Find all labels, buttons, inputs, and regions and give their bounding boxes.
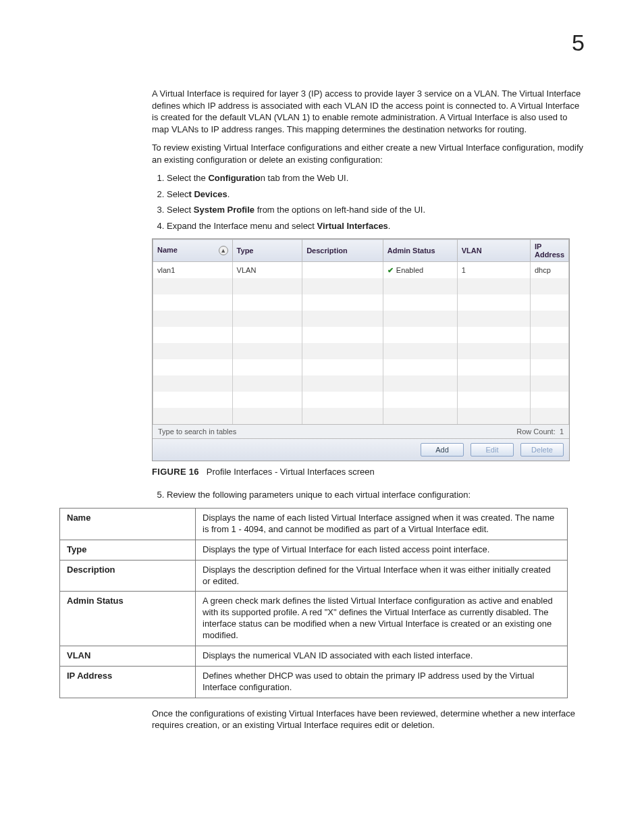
param-key: Admin Status: [60, 592, 196, 646]
parameter-table: NameDisplays the name of each listed Vir…: [59, 508, 568, 698]
param-value: A green check mark defines the listed Vi…: [196, 592, 568, 646]
step-3: Select System Profile from the options o…: [167, 204, 585, 216]
search-input[interactable]: Type to search in tables: [158, 427, 236, 436]
col-admin-status[interactable]: Admin Status: [383, 240, 457, 262]
check-icon: ✔: [387, 266, 394, 274]
param-key: Name: [60, 509, 196, 540]
step-list: Select the Configuration tab from the We…: [152, 172, 585, 232]
table-row[interactable]: vlan1 VLAN ✔Enabled 1 dhcp: [153, 262, 569, 279]
after-paragraph: Once the configurations of existing Virt…: [152, 708, 585, 731]
cell-type: VLAN: [232, 262, 302, 279]
cell-admin-status: ✔Enabled: [383, 262, 457, 279]
cell-ip: dhcp: [530, 262, 568, 279]
cell-description: [302, 262, 383, 279]
param-key: IP Address: [60, 666, 196, 698]
param-row: VLANDisplays the numerical VLAN ID assoc…: [60, 646, 568, 667]
param-row: TypeDisplays the type of Virtual Interfa…: [60, 540, 568, 560]
param-value: Displays the type of Virtual Interface f…: [196, 540, 568, 560]
param-key: Description: [60, 560, 196, 592]
col-description[interactable]: Description: [302, 240, 383, 262]
virtual-interfaces-table: Name ▲ Type Description Admin Status VLA…: [153, 239, 569, 424]
param-value: Displays the numerical VLAN ID associate…: [196, 646, 568, 667]
step-1: Select the Configuration tab from the We…: [167, 172, 585, 184]
edit-button[interactable]: Edit: [471, 443, 514, 457]
param-value: Displays the name of each listed Virtual…: [196, 509, 568, 540]
cell-vlan: 1: [457, 262, 530, 279]
figure-caption: FIGURE 16 Profile Interfaces - Virtual I…: [152, 467, 585, 477]
step-5: Review the following parameters unique t…: [167, 489, 585, 501]
step-list-continued: Review the following parameters unique t…: [152, 489, 585, 501]
chapter-number: 5: [572, 30, 585, 56]
cell-name: vlan1: [153, 262, 233, 279]
param-row: NameDisplays the name of each listed Vir…: [60, 509, 568, 540]
param-row: IP AddressDefines whether DHCP was used …: [60, 666, 568, 698]
param-value: Displays the description defined for the…: [196, 560, 568, 592]
param-row: Admin StatusA green check mark defines t…: [60, 592, 568, 646]
col-type[interactable]: Type: [232, 240, 302, 262]
param-key: VLAN: [60, 646, 196, 667]
param-key: Type: [60, 540, 196, 560]
param-row: DescriptionDisplays the description defi…: [60, 560, 568, 592]
intro-paragraph: A Virtual Interface is required for laye…: [152, 88, 585, 135]
lead-paragraph: To review existing Virtual Interface con…: [152, 142, 585, 165]
step-4: Expand the Interface menu and select Vir…: [167, 220, 585, 232]
param-value: Defines whether DHCP was used to obtain …: [196, 666, 568, 698]
add-button[interactable]: Add: [421, 443, 464, 457]
col-name[interactable]: Name ▲: [153, 240, 233, 262]
col-ip-address[interactable]: IP Address: [530, 240, 568, 262]
row-count: Row Count: 1: [516, 427, 564, 436]
delete-button[interactable]: Delete: [520, 443, 564, 457]
col-vlan[interactable]: VLAN: [457, 240, 530, 262]
step-2: Select Devices.: [167, 188, 585, 201]
virtual-interfaces-screen: Name ▲ Type Description Admin Status VLA…: [152, 238, 570, 461]
sort-asc-icon[interactable]: ▲: [219, 246, 228, 255]
